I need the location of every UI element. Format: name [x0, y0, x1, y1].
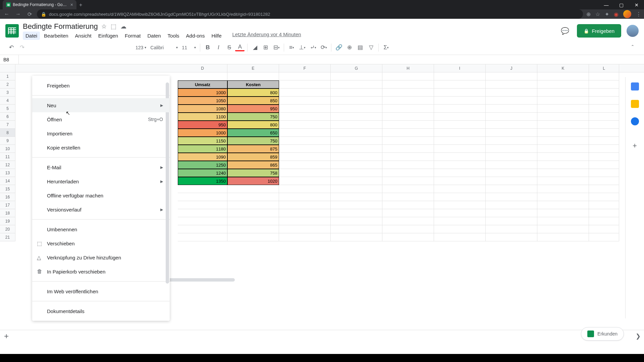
cell[interactable] [486, 105, 537, 113]
row-header[interactable]: 7 [0, 121, 15, 129]
cell[interactable] [331, 185, 382, 193]
cell[interactable] [589, 201, 619, 209]
cell[interactable] [178, 193, 227, 201]
cell[interactable] [279, 72, 331, 80]
cell[interactable] [178, 201, 227, 209]
cell[interactable] [331, 153, 382, 161]
cell[interactable] [589, 209, 619, 217]
cell[interactable]: 950 [178, 121, 227, 129]
filter-button[interactable]: ▽ [366, 43, 376, 52]
menu-add-ons[interactable]: Add-ons [183, 32, 208, 40]
menu-item-verschieben[interactable]: ⬚Verschieben [32, 236, 170, 250]
format-select[interactable]: 123▾ [134, 45, 148, 50]
menu-item-neu[interactable]: Neu▶ [32, 98, 170, 112]
cell[interactable] [486, 80, 537, 88]
cell[interactable] [434, 80, 486, 88]
cell[interactable] [227, 225, 279, 233]
cell[interactable] [279, 137, 331, 145]
cell[interactable] [486, 185, 537, 193]
cell[interactable] [279, 193, 331, 201]
menu-item-offline-verfügbar-machen[interactable]: Offline verfügbar machen [32, 188, 170, 202]
cell[interactable]: 865 [227, 161, 279, 169]
menu-einfügen[interactable]: Einfügen [96, 32, 121, 40]
cell[interactable]: 1150 [178, 137, 227, 145]
col-header-H[interactable]: H [382, 64, 434, 72]
row-header[interactable]: 19 [0, 217, 15, 225]
new-tab-button[interactable]: + [79, 2, 82, 8]
cell[interactable] [434, 72, 486, 80]
cell[interactable] [279, 201, 331, 209]
row-header[interactable]: 12 [0, 161, 15, 169]
cell[interactable]: 800 [227, 121, 279, 129]
cell[interactable] [331, 105, 382, 113]
cell[interactable]: 750 [227, 113, 279, 121]
name-box[interactable]: B8 [0, 55, 19, 64]
cell[interactable]: 758 [227, 169, 279, 177]
cell[interactable] [486, 161, 537, 169]
cell[interactable] [589, 145, 619, 153]
cell[interactable] [382, 161, 434, 169]
cell[interactable] [279, 105, 331, 113]
cell[interactable] [227, 209, 279, 217]
row-header[interactable]: 20 [0, 225, 15, 233]
cell[interactable] [589, 137, 619, 145]
cell[interactable] [537, 169, 589, 177]
cell[interactable] [434, 185, 486, 193]
cell[interactable] [434, 113, 486, 121]
cell[interactable] [486, 177, 537, 185]
cell[interactable] [486, 145, 537, 153]
menu-item-in-papierkorb-verschieben[interactable]: 🗑In Papierkorb verschieben [32, 264, 170, 279]
cell[interactable] [279, 129, 331, 137]
row-header[interactable]: 10 [0, 145, 15, 153]
row-header[interactable]: 5 [0, 105, 15, 113]
cell[interactable] [486, 113, 537, 121]
extension-icon[interactable]: ◉ [614, 11, 619, 17]
menu-hilfe[interactable]: Hilfe [209, 32, 224, 40]
cell[interactable] [537, 97, 589, 105]
cell[interactable] [227, 233, 279, 241]
menu-item-importieren[interactable]: Importieren [32, 126, 170, 140]
merge-button[interactable]: ⊟▾ [272, 43, 281, 52]
cell[interactable] [537, 121, 589, 129]
link-button[interactable]: 🔗 [334, 43, 343, 52]
cell[interactable] [279, 177, 331, 185]
cell[interactable] [486, 209, 537, 217]
cell[interactable] [279, 88, 331, 97]
cell[interactable] [331, 193, 382, 201]
cell[interactable]: 1240 [178, 169, 227, 177]
browser-menu-icon[interactable]: ⋮ [636, 11, 641, 17]
cell[interactable] [486, 88, 537, 97]
cell[interactable] [434, 225, 486, 233]
cell[interactable] [227, 193, 279, 201]
menu-item-versionsverlauf[interactable]: Versionsverlauf▶ [32, 202, 170, 217]
menu-tools[interactable]: Tools [165, 32, 182, 40]
cell[interactable]: 1090 [178, 153, 227, 161]
cell[interactable] [434, 97, 486, 105]
cell[interactable] [589, 193, 619, 201]
cell[interactable] [331, 217, 382, 225]
cell[interactable] [279, 80, 331, 88]
calendar-icon[interactable] [631, 82, 639, 90]
cell[interactable] [331, 169, 382, 177]
text-color-button[interactable]: A [235, 44, 245, 51]
row-header[interactable]: 16 [0, 193, 15, 201]
menu-daten[interactable]: Daten [145, 32, 164, 40]
col-header-E[interactable]: E [227, 64, 279, 72]
cell[interactable] [382, 129, 434, 137]
cell[interactable]: 1350 [178, 177, 227, 185]
cell[interactable]: 1100 [178, 113, 227, 121]
cell[interactable] [537, 129, 589, 137]
cell[interactable] [589, 153, 619, 161]
cell[interactable] [589, 121, 619, 129]
account-avatar[interactable] [627, 25, 639, 37]
cell[interactable] [331, 201, 382, 209]
last-edit-link[interactable]: Letzte Änderung vor 4 Minuten [232, 32, 301, 40]
cell[interactable] [382, 97, 434, 105]
cell[interactable] [537, 137, 589, 145]
cell[interactable]: 850 [227, 97, 279, 105]
cell[interactable] [331, 137, 382, 145]
cell[interactable] [537, 209, 589, 217]
font-size-select[interactable]: 11▾ [180, 45, 197, 50]
cell[interactable] [486, 153, 537, 161]
cell[interactable] [382, 225, 434, 233]
